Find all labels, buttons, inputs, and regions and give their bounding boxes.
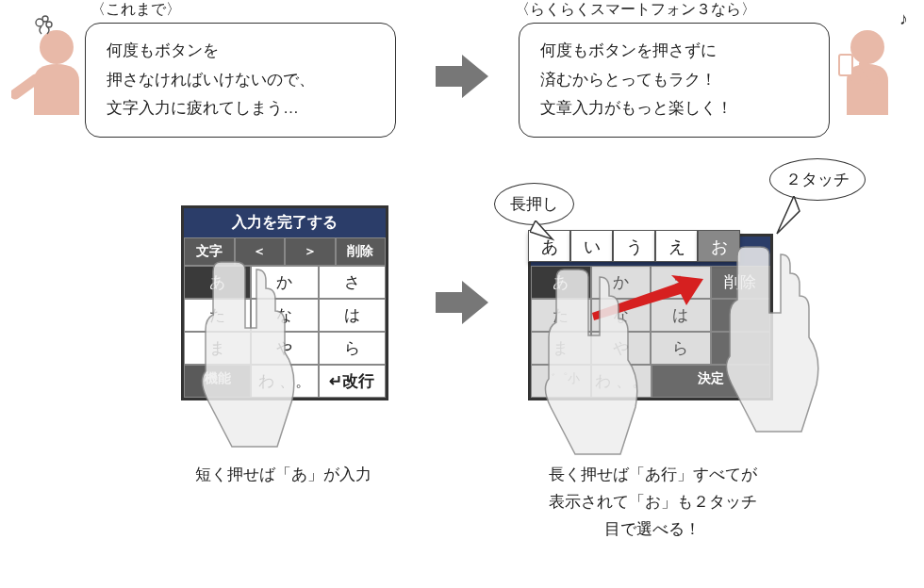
speech-after: 何度もボタンを押さずに 済むからとってもラク！ 文章入力がもっと楽しく！ [519,23,830,138]
arrow-right-icon [434,53,490,100]
music-note-icon: ♪ [899,9,908,29]
key-ra[interactable]: ら [651,332,711,365]
arrow-right-icon [434,279,490,326]
bubble-tail-icon [773,196,801,237]
caption-short: 短く押せば「あ」が入力 [151,462,415,489]
speech-before: 何度もボタンを 押さなければいけないので、 文字入力に疲れてしまう… [85,23,396,138]
heading-after: 〈らくらくスマートフォン３なら〉 [515,0,756,20]
caption-long-text: 長く押せば「あ行」すべてが 表示されて「お」も２タッチ 目で選べる！ [549,466,757,538]
popup-u[interactable]: う [613,230,655,262]
heading-before: 〈これまで〉 [91,0,181,20]
svg-point-0 [40,30,74,64]
keypad-header: 入力を完了する [184,208,386,237]
person-frustrated-icon [11,13,89,117]
bubble-tail-icon [530,220,558,243]
popup-e[interactable]: え [655,230,698,262]
finger-icon [537,266,651,464]
popup-row: あ い う え お [528,230,740,262]
key-ra[interactable]: ら [319,332,386,365]
key-ha[interactable]: は [319,299,386,332]
speech-after-text: 何度もボタンを押さずに 済むからとってもラク！ 文章入力がもっと楽しく！ [540,41,733,117]
bubble-longpress: 長押し [494,183,574,225]
key-sa[interactable]: さ [319,266,386,299]
speech-before-text: 何度もボタンを 押さなければいけないので、 文字入力に疲れてしまう… [107,41,315,117]
caption-long: 長く押せば「あ行」すべてが 表示されて「お」も２タッチ 目で選べる！ [520,462,784,544]
finger-icon [194,258,307,456]
svg-point-2 [42,16,48,22]
svg-rect-5 [839,55,852,75]
key-enter[interactable]: ↵改行 [319,365,386,398]
svg-point-4 [850,30,884,64]
key-delete[interactable]: 削除 [336,237,387,266]
finger-icon [718,243,832,441]
bubble-twotouch: ２タッチ [769,158,866,201]
popup-i[interactable]: い [570,230,613,262]
